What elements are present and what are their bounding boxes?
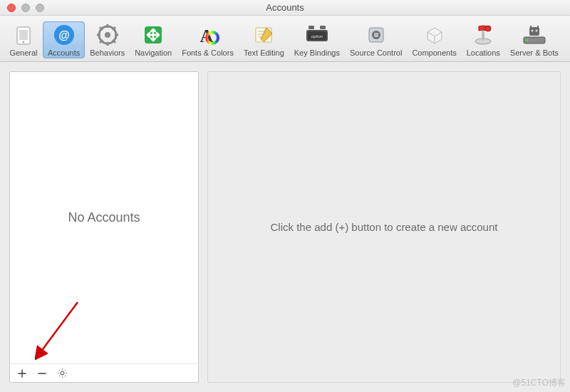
behaviors-icon	[95, 23, 120, 47]
tab-label: Text Editing	[244, 48, 284, 57]
plus-icon	[18, 369, 26, 378]
svg-point-32	[485, 26, 491, 31]
account-detail-pane: Click the add (+) button to create a new…	[207, 71, 561, 383]
svg-point-37	[535, 30, 537, 32]
svg-rect-25	[309, 26, 314, 29]
source-control-icon	[364, 23, 388, 47]
tab-label: General	[9, 48, 37, 57]
no-accounts-label: No Accounts	[10, 72, 198, 363]
tab-fonts-colors[interactable]: AFonts & Colors	[177, 21, 239, 58]
tab-label: Locations	[467, 48, 500, 57]
text-editing-icon	[252, 23, 276, 47]
minimize-window-button[interactable]	[21, 4, 30, 12]
remove-account-button[interactable]	[36, 367, 48, 380]
zoom-window-button[interactable]	[36, 4, 44, 12]
preferences-toolbar: General@AccountsBehaviorsNavigationAFont…	[0, 16, 570, 62]
tab-label: Accounts	[48, 48, 80, 57]
tab-locations[interactable]: Locations	[462, 21, 505, 58]
tab-label: Components	[412, 48, 456, 57]
accounts-icon: @	[52, 23, 76, 47]
server-bots-icon	[522, 23, 546, 47]
add-account-button[interactable]	[16, 367, 28, 380]
content-area: No Accounts Click the add (+) button to …	[0, 62, 570, 392]
fonts-colors-icon: A	[196, 23, 220, 47]
tab-navigation[interactable]: Navigation	[130, 21, 177, 58]
general-icon	[11, 23, 36, 47]
empty-detail-message: Click the add (+) button to create a new…	[256, 221, 512, 233]
tab-label: Server & Bots	[510, 48, 559, 57]
svg-text:@: @	[58, 29, 70, 41]
account-action-button[interactable]	[56, 367, 68, 380]
tab-behaviors[interactable]: Behaviors	[85, 21, 130, 58]
source-list-footer	[10, 363, 198, 382]
navigation-icon	[141, 23, 165, 47]
key-bindings-icon: option	[305, 23, 329, 47]
tab-label: Behaviors	[90, 48, 125, 57]
tab-server-bots[interactable]: Server & Bots	[505, 21, 564, 58]
tab-source-control[interactable]: Source Control	[345, 21, 407, 58]
tab-components[interactable]: Components	[407, 21, 461, 58]
svg-rect-35	[529, 27, 539, 36]
titlebar: Accounts	[0, 0, 570, 16]
gear-icon	[57, 368, 68, 378]
svg-rect-29	[374, 33, 378, 37]
minus-icon	[38, 369, 46, 378]
svg-point-36	[531, 30, 533, 32]
tab-label: Fonts & Colors	[182, 48, 234, 57]
svg-rect-26	[320, 26, 326, 29]
svg-rect-31	[482, 31, 484, 41]
components-icon	[423, 23, 447, 47]
traffic-lights	[0, 4, 44, 12]
close-window-button[interactable]	[7, 4, 16, 12]
locations-icon	[471, 23, 495, 47]
watermark: @51CTO博客	[512, 377, 566, 389]
svg-point-6	[105, 32, 110, 38]
svg-rect-1	[19, 30, 28, 40]
tab-label: Key Bindings	[294, 48, 340, 57]
tab-key-bindings[interactable]: optionKey Bindings	[289, 21, 345, 58]
svg-point-2	[23, 41, 24, 43]
tab-label: Source Control	[350, 48, 402, 57]
tab-accounts[interactable]: @Accounts	[43, 21, 85, 58]
tab-general[interactable]: General	[4, 21, 43, 58]
accounts-source-list[interactable]: No Accounts	[9, 71, 199, 383]
svg-point-34	[526, 39, 528, 41]
tab-label: Navigation	[135, 48, 172, 57]
window-title: Accounts	[0, 2, 570, 13]
svg-text:option: option	[311, 34, 323, 38]
tab-text-editing[interactable]: Text Editing	[239, 21, 289, 58]
